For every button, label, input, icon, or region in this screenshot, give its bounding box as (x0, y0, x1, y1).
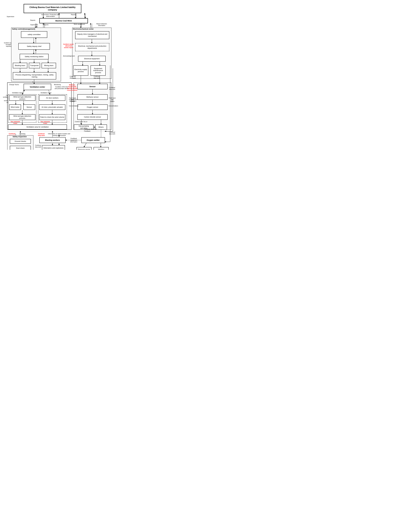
work-assign-label: Work assignment (74, 23, 85, 25)
welding-machine-box: Welding machine (94, 147, 109, 150)
electromech-label: Electromechanical center (73, 28, 94, 30)
pressure-gauge-text: Pressure gauge cylinder (78, 148, 90, 150)
feedback-equip-label: Feedback equipment information (67, 138, 80, 143)
control-work-label: Control work Yes or No (74, 121, 88, 124)
continue-stop3-label: Continue/ stop work (109, 87, 116, 90)
continue-stop2-label: Continue/ stop work (93, 76, 100, 79)
safety-deputy-text: Safety deputy chief (27, 45, 41, 47)
methane-conc-label: Methane, oxygen and carbon dioxide conce… (67, 84, 77, 91)
vent-report2-label: Ventilation report (40, 92, 52, 94)
ground-checks-text: Ground checks (15, 140, 26, 142)
dust-check-box: Dust check (10, 146, 31, 150)
welding-machine-text: Welding machine (95, 148, 108, 150)
wind-meter-text: Wind meter (11, 106, 19, 108)
oxygen-welder-box: Oxygen welder (81, 137, 105, 143)
main-diagram: Chifeng Baoma Coal Materials Limited lia… (3, 3, 115, 147)
elec-equipment-box: Electrical equipment (78, 56, 106, 62)
elec-mech-prod-text: Electrical, mechanical and production de… (76, 45, 108, 49)
safety-monitoring-text: Safety monitoring station (25, 55, 44, 58)
methane-sensor-text: Methane sensor (86, 96, 98, 98)
continue-stop-red2-label: Continue/ stop work (38, 133, 45, 136)
sensor-left-box: Sensor (23, 104, 35, 110)
gas-emission2-label: Gas emission Order (39, 121, 51, 124)
detonators-text: Detonators and explosives (44, 147, 63, 149)
ventilation-center-text: Ventilation center (30, 86, 45, 88)
vent-report1-label: Ventilation report (12, 92, 23, 94)
elec-equipment-text: Electrical equipment (84, 58, 99, 60)
report-detect-label: Report detection information (94, 23, 109, 26)
ground-checks-box: Ground checks (10, 139, 31, 144)
continue-stop5-label: Continue/ stop work (35, 145, 42, 148)
reports2-label: Reports (29, 19, 37, 21)
dust-check-text: Dust check (16, 147, 24, 149)
company-title: Chifeng Baoma Coal Materials Limited lia… (25, 6, 80, 11)
blasting-team-box: Blasting team (13, 63, 27, 68)
blasting-team-text: Blasting team (15, 64, 25, 67)
company-box: Chifeng Baoma Coal Materials Limited lia… (24, 4, 81, 13)
safety-committee-box: safety committee (21, 31, 47, 38)
miners-text: Miners (98, 126, 104, 128)
incident-red-label: Incident report, abnormal events report (63, 43, 74, 49)
monitoring-label: Monitoring (52, 84, 62, 85)
sensor-right-box: Sensor (77, 84, 108, 89)
blasting-workers-box: Blasting workers (39, 137, 66, 143)
process-dispatch-box: Process dispatching, transportation, min… (13, 72, 56, 79)
mine-title: Baoma Coal Mine (55, 20, 72, 22)
blasting-workers-text: Blasting workers (45, 139, 60, 141)
safety-control-label: Safety control(management) (12, 28, 35, 30)
process-dispatch-text: Process dispatching, transportation, min… (14, 74, 55, 78)
continue-stop1-label: Continue/ stop work (69, 76, 76, 79)
ventilation-area-text: Ventilation area for ventilation (26, 126, 49, 128)
oxygen-sensor-text: Oxygen sensor (87, 106, 98, 108)
mining-team-text: Mining team (44, 64, 53, 67)
gas-emission1-label: Gas emission Order (9, 121, 21, 124)
co2-sensor-text: Carbon dioxide sensor (84, 116, 101, 118)
info-worker-label: Information on worker location and worki… (47, 133, 71, 136)
separator (7, 132, 112, 132)
air-door-actuator-box: Air door, pneumatic actuator (39, 104, 65, 110)
transporter-text: Transporter (30, 64, 39, 67)
elec-mech-prod-box: Electrical, mechanical and production de… (75, 43, 109, 51)
sensor-right-text: Sensor (89, 85, 96, 88)
reports-b-label: Reports (42, 24, 50, 26)
wind-gas-process-text: Wind and gas detection process (10, 115, 34, 119)
wind-meter-box: Wind meter (9, 104, 21, 110)
safety-inspection-label: Safety inspection (9, 136, 30, 138)
safety-deputy-box: Safety deputy chief (18, 43, 50, 50)
feedback-info2-label: Feed back infor mation (109, 97, 116, 102)
pressure-gauge-box: Pressure gauge cylinder (76, 147, 92, 150)
ventilation-center-box: Ventilation center (24, 84, 51, 90)
elec-supply-box: Electricity supply process (73, 65, 88, 76)
air-door-actuator-text: Air door, pneumatic actuator (42, 106, 63, 108)
patrol-wind-box: Patrol to check the wind volume (39, 114, 65, 120)
methane-sensor-box: Methane sensor (77, 94, 108, 100)
feedback-info1-label: Feed back infor mation (69, 97, 76, 102)
detonators-box: Detonators and explosives (42, 145, 65, 150)
oxygen-welder-text: Oxygen welder (87, 139, 100, 141)
continue-stop-work-label: Continue stop work (83, 128, 98, 130)
equip-maint-box: Equipment maintenance process (90, 65, 106, 76)
wind-gas-process-box: Wind and gas detection process (9, 114, 35, 120)
concentrations1-label: Concentrations (69, 105, 75, 107)
acknowledgement-label: Acknowledgement (63, 55, 75, 57)
sensor-left-text: Sensor (27, 106, 32, 108)
mine-box: Baoma Coal Mine (39, 18, 88, 23)
transporter-box: Transporter (29, 63, 40, 68)
co2-sensor-box: Carbon dioxide sensor (77, 114, 108, 120)
supervision2-label: Supervision (29, 24, 39, 26)
deputy-mine-box: Deputy mine managers of electrical and m… (75, 31, 109, 39)
air-door-workers-box: Air door workers (39, 95, 65, 101)
concentrations2-label: Concentrations (109, 105, 115, 107)
air-door-workers-text: Air door workers (46, 97, 59, 99)
safety-committee-text: safety committee (28, 33, 41, 36)
patrol-wind-text: Patrol to check the wind volume (40, 116, 64, 118)
svg-line-91 (84, 143, 86, 147)
supervision-label: Supervision (5, 16, 16, 17)
reports-label: Reports (68, 14, 79, 15)
equip-maint-text: Equipment maintenance process (92, 68, 105, 74)
supervision-prod-label: Supervision, Production plan determinati… (41, 14, 60, 17)
deputy-mine-text: Deputy mine managers of electrical and m… (76, 33, 108, 37)
safety-monitoring-box: Safety monitoring station (20, 54, 49, 59)
elec-supply-text: Electricity supply process (74, 69, 87, 72)
mining-team-box: Mining team (42, 63, 56, 68)
